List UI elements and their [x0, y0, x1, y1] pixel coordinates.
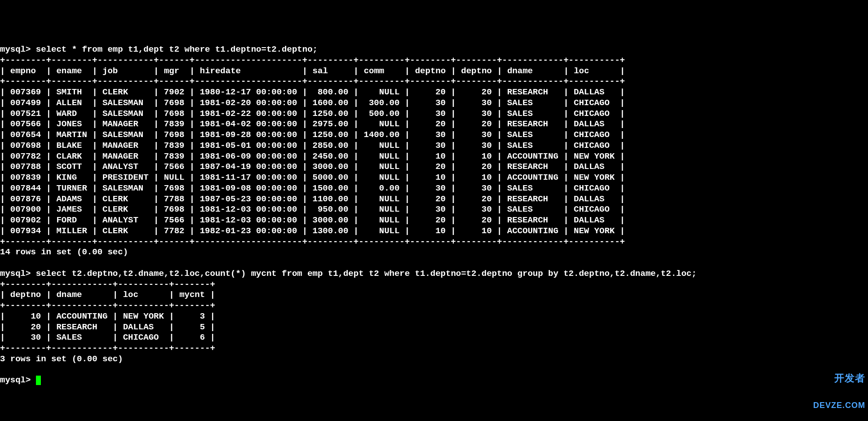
table2-border-top: +--------+------------+----------+------…	[0, 279, 215, 289]
watermark-line2: DEVZE.COM	[813, 401, 865, 409]
watermark: 开发者 DEVZE.COM	[813, 355, 865, 418]
query2-footer: 3 rows in set (0.00 sec)	[0, 354, 123, 364]
mysql-prompt: mysql>	[0, 375, 31, 385]
watermark-line1: 开发者	[813, 373, 865, 383]
table2-header-row: | deptno | dname | loc | mycnt |	[0, 290, 215, 300]
cursor	[36, 376, 41, 385]
table1-header-row: | empno | ename | job | mgr | hiredate |…	[0, 66, 625, 76]
table2-border-bottom: +--------+------------+----------+------…	[0, 343, 215, 353]
table1-border-bottom: +--------+--------+-----------+------+--…	[0, 237, 625, 247]
query1-line: mysql> select * from emp t1,dept t2 wher…	[0, 44, 318, 54]
table1-border-top: +--------+--------+-----------+------+--…	[0, 55, 625, 65]
query1-footer: 14 rows in set (0.00 sec)	[0, 247, 128, 257]
query2-line: mysql> select t2.deptno,t2.dname,t2.loc,…	[0, 269, 697, 279]
mysql-prompt: mysql>	[0, 44, 31, 54]
table1-data-rows: | 007369 | SMITH | CLERK | 7902 | 1980-1…	[0, 87, 625, 236]
table2-border-mid: +--------+------------+----------+------…	[0, 301, 215, 310]
mysql-prompt: mysql>	[0, 269, 31, 279]
table2-data-rows: | 10 | ACCOUNTING | NEW YORK | 3 | | 20 …	[0, 311, 215, 343]
prompt-line[interactable]: mysql>	[0, 375, 41, 385]
query2-command: select t2.deptno,t2.dname,t2.loc,count(*…	[36, 269, 697, 279]
query1-command: select * from emp t1,dept t2 where t1.de…	[36, 44, 318, 54]
table1-border-mid: +--------+--------+-----------+------+--…	[0, 76, 625, 86]
terminal-output[interactable]: mysql> select * from emp t1,dept t2 wher…	[0, 43, 868, 388]
